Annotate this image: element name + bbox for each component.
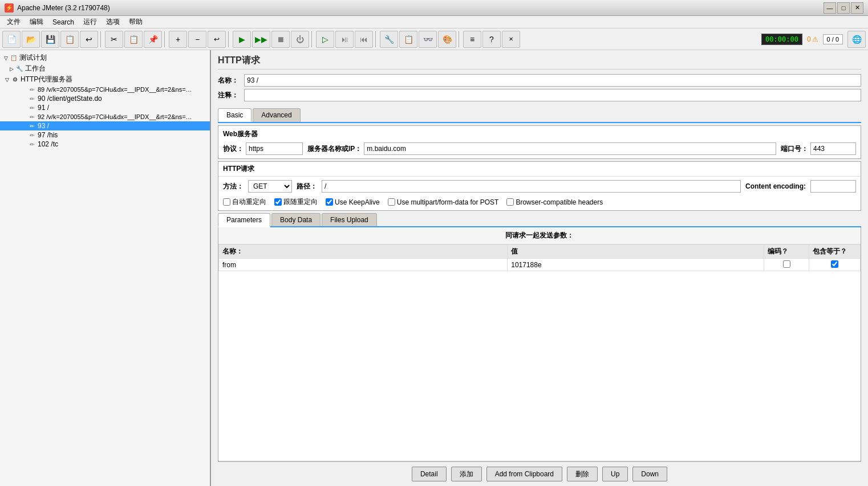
undo-button[interactable]: ↩ bbox=[208, 31, 226, 48]
close-button[interactable]: ✕ bbox=[851, 2, 863, 14]
tree-item-90[interactable]: ✏ 90 /client/getState.do bbox=[0, 94, 210, 103]
tree-item-93[interactable]: ✏ 93 / bbox=[0, 121, 210, 130]
remote-shutdown-button[interactable]: ⏮ bbox=[355, 31, 373, 48]
log-viewer-button[interactable]: 📋 bbox=[399, 31, 417, 48]
start-no-pause-button[interactable]: ▶▶ bbox=[252, 31, 270, 48]
follow-redirect-item[interactable]: 跟随重定向 bbox=[274, 197, 318, 207]
remove-button[interactable]: − bbox=[188, 31, 206, 48]
minimize-button[interactable]: — bbox=[824, 2, 836, 14]
multipart-item[interactable]: Use multipart/form-data for POST bbox=[388, 198, 499, 206]
table-row[interactable]: from 1017188e bbox=[219, 259, 861, 271]
browser-headers-checkbox[interactable] bbox=[506, 198, 514, 206]
browser-headers-item[interactable]: Browser-compatible headers bbox=[506, 198, 603, 206]
follow-redirect-checkbox[interactable] bbox=[274, 198, 282, 206]
down-button[interactable]: Down bbox=[632, 467, 667, 481]
start-button[interactable]: ▶ bbox=[233, 31, 251, 48]
shutdown-button[interactable]: ⏻ bbox=[291, 31, 309, 48]
app-icon: ⚡ bbox=[5, 3, 14, 13]
tree-item-102[interactable]: ✏ 102 /tc bbox=[0, 140, 210, 149]
keepalive-item[interactable]: Use KeepAlive bbox=[326, 198, 380, 206]
title-bar-controls[interactable]: — □ ✕ bbox=[824, 2, 863, 14]
item-97-icon: ✏ bbox=[27, 131, 36, 139]
tab-body-data[interactable]: Body Data bbox=[271, 213, 321, 226]
delete-button[interactable]: 删除 bbox=[567, 467, 598, 481]
tab-basic[interactable]: Basic bbox=[218, 108, 252, 122]
cut-button[interactable]: ✂ bbox=[105, 31, 123, 48]
path-input[interactable] bbox=[322, 180, 741, 193]
paste-button[interactable]: 📌 bbox=[144, 31, 162, 48]
new-button[interactable]: 📄 bbox=[2, 31, 21, 48]
server-name-input[interactable] bbox=[364, 142, 776, 155]
tree-item-91[interactable]: ✏ 91 / bbox=[0, 103, 210, 112]
help-button[interactable]: ? bbox=[482, 31, 501, 48]
tree-item-97[interactable]: ✏ 97 /his bbox=[0, 130, 210, 140]
col-header-name: 名称： bbox=[219, 245, 508, 259]
up-button[interactable]: Up bbox=[602, 467, 628, 481]
param-contains-checkbox[interactable] bbox=[831, 260, 838, 268]
menu-options[interactable]: 选项 bbox=[102, 16, 124, 28]
auto-redirect-checkbox[interactable] bbox=[223, 198, 230, 206]
menu-file[interactable]: 文件 bbox=[2, 16, 25, 28]
name-input[interactable] bbox=[244, 74, 861, 87]
protocol-input[interactable] bbox=[246, 142, 303, 155]
toggle-http-proxy[interactable]: ▽ bbox=[3, 77, 10, 83]
properties-button[interactable]: 🎨 bbox=[438, 31, 456, 48]
comment-input[interactable] bbox=[244, 89, 861, 101]
tree-item-test-plan[interactable]: ▽ 📋 测试计划 bbox=[0, 52, 210, 63]
close-all-button[interactable]: ✕ bbox=[502, 31, 520, 48]
menu-edit[interactable]: 编辑 bbox=[25, 16, 48, 28]
tree-item-92[interactable]: ✏ 92 /v/k=2070055&p=7CiHu&dx=__IPDX__&rt… bbox=[0, 112, 210, 121]
param-contains-cell[interactable] bbox=[809, 259, 861, 271]
multipart-checkbox[interactable] bbox=[388, 198, 395, 206]
item-91-label: 91 / bbox=[38, 104, 49, 112]
func-tester-button[interactable]: 🔧 bbox=[380, 31, 398, 48]
remote-monitor-button[interactable]: 👓 bbox=[419, 31, 437, 48]
menu-help[interactable]: 帮助 bbox=[124, 16, 147, 28]
param-encode-checkbox[interactable] bbox=[783, 260, 790, 268]
inner-tab-bar: Parameters Body Data Files Upload bbox=[218, 213, 861, 227]
detail-button[interactable]: Detail bbox=[412, 467, 447, 481]
toggle-test-plan[interactable]: ▽ bbox=[2, 55, 9, 61]
toolbar-sep-6 bbox=[459, 31, 461, 47]
add-button[interactable]: + bbox=[169, 31, 187, 48]
encoding-input[interactable] bbox=[810, 180, 856, 193]
title-bar-left: ⚡ Apache JMeter (3.2 r1790748) bbox=[5, 3, 110, 13]
remote-stop-button[interactable]: ⏯ bbox=[335, 31, 354, 48]
toggle-workbench[interactable]: ▷ bbox=[8, 66, 15, 72]
param-value-cell[interactable]: 1017188e bbox=[508, 259, 764, 271]
menu-run[interactable]: 运行 bbox=[79, 16, 102, 28]
auto-redirect-item[interactable]: 自动重定向 bbox=[223, 197, 266, 207]
add-param-button[interactable]: 添加 bbox=[451, 467, 482, 481]
copy-button[interactable]: 📋 bbox=[124, 31, 143, 48]
list-expand-button[interactable]: ≡ bbox=[463, 31, 481, 48]
item-89-icon: ✏ bbox=[27, 85, 36, 93]
toolbar-sep-4 bbox=[311, 31, 314, 47]
menu-search[interactable]: Search bbox=[48, 17, 79, 27]
warning-indicator: 0 ⚠ bbox=[807, 35, 818, 43]
open-button[interactable]: 📂 bbox=[22, 31, 40, 48]
param-name-cell[interactable]: from bbox=[219, 259, 508, 271]
col-header-encode: 编码？ bbox=[764, 245, 809, 259]
tree-item-workbench[interactable]: ▷ 🔧 工作台 bbox=[0, 63, 210, 74]
stop-button[interactable]: ⏹ bbox=[271, 31, 290, 48]
tree-item-http-proxy[interactable]: ▽ ⚙ HTTP代理服务器 bbox=[0, 74, 210, 85]
port-input[interactable] bbox=[810, 142, 856, 155]
tab-advanced[interactable]: Advanced bbox=[253, 108, 300, 122]
timer-display: 00:00:00 bbox=[761, 34, 802, 45]
tab-parameters[interactable]: Parameters bbox=[218, 213, 270, 227]
maximize-button[interactable]: □ bbox=[837, 2, 850, 14]
tab-files-upload[interactable]: Files Upload bbox=[322, 213, 377, 226]
tree-item-89[interactable]: ✏ 89 /v/k=2070055&p=7CiHu&dx=__IPDX__&rt… bbox=[0, 85, 210, 94]
http-req-title: HTTP请求 bbox=[218, 162, 861, 177]
keepalive-checkbox[interactable] bbox=[326, 198, 333, 206]
method-select[interactable]: GET POST PUT DELETE bbox=[248, 180, 292, 193]
remote-start-button[interactable]: ▷ bbox=[316, 31, 334, 48]
save-as-button[interactable]: 💾 bbox=[41, 31, 59, 48]
earth-icon[interactable]: 🌐 bbox=[847, 31, 866, 48]
param-encode-cell[interactable] bbox=[764, 259, 809, 271]
save-button[interactable]: 📋 bbox=[60, 31, 79, 48]
form-header-section: HTTP请求 名称： 注释： bbox=[211, 50, 868, 106]
workbench-label: 工作台 bbox=[25, 64, 46, 73]
revert-button[interactable]: ↩ bbox=[80, 31, 98, 48]
add-from-clipboard-button[interactable]: Add from Clipboard bbox=[486, 467, 562, 481]
